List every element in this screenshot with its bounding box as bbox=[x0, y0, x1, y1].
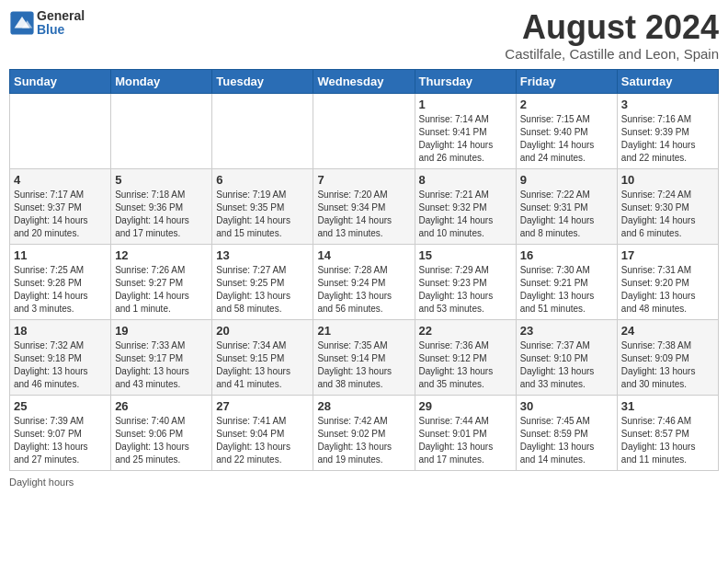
calendar-cell: 14Sunrise: 7:28 AM Sunset: 9:24 PM Dayli… bbox=[313, 244, 415, 319]
weekday-header: Sunday bbox=[10, 69, 111, 93]
calendar-week-row: 18Sunrise: 7:32 AM Sunset: 9:18 PM Dayli… bbox=[10, 319, 719, 395]
day-number: 15 bbox=[419, 248, 512, 262]
day-info: Sunrise: 7:37 AM Sunset: 9:10 PM Dayligh… bbox=[520, 339, 613, 391]
calendar-cell: 2Sunrise: 7:15 AM Sunset: 9:40 PM Daylig… bbox=[516, 93, 617, 168]
calendar-cell: 12Sunrise: 7:26 AM Sunset: 9:27 PM Dayli… bbox=[111, 244, 212, 319]
calendar-week-row: 11Sunrise: 7:25 AM Sunset: 9:28 PM Dayli… bbox=[10, 244, 719, 319]
calendar-cell: 10Sunrise: 7:24 AM Sunset: 9:30 PM Dayli… bbox=[617, 168, 718, 244]
day-number: 7 bbox=[317, 173, 410, 187]
calendar-cell: 17Sunrise: 7:31 AM Sunset: 9:20 PM Dayli… bbox=[617, 244, 718, 319]
calendar-cell: 11Sunrise: 7:25 AM Sunset: 9:28 PM Dayli… bbox=[10, 244, 111, 319]
month-year-title: August 2024 bbox=[505, 9, 719, 46]
logo-icon bbox=[9, 10, 35, 36]
day-number: 24 bbox=[621, 324, 714, 338]
day-number: 14 bbox=[317, 248, 410, 262]
day-info: Sunrise: 7:40 AM Sunset: 9:06 PM Dayligh… bbox=[115, 415, 208, 466]
day-info: Sunrise: 7:19 AM Sunset: 9:35 PM Dayligh… bbox=[216, 189, 309, 240]
day-info: Sunrise: 7:24 AM Sunset: 9:30 PM Dayligh… bbox=[621, 189, 714, 240]
calendar-cell: 30Sunrise: 7:45 AM Sunset: 8:59 PM Dayli… bbox=[516, 395, 617, 470]
calendar-cell bbox=[10, 93, 111, 168]
calendar-week-row: 1Sunrise: 7:14 AM Sunset: 9:41 PM Daylig… bbox=[10, 93, 719, 168]
calendar-cell: 23Sunrise: 7:37 AM Sunset: 9:10 PM Dayli… bbox=[516, 319, 617, 395]
day-info: Sunrise: 7:33 AM Sunset: 9:17 PM Dayligh… bbox=[115, 339, 208, 391]
logo-blue-text: Blue bbox=[37, 23, 85, 37]
calendar-cell: 22Sunrise: 7:36 AM Sunset: 9:12 PM Dayli… bbox=[415, 319, 516, 395]
calendar-cell: 13Sunrise: 7:27 AM Sunset: 9:25 PM Dayli… bbox=[212, 244, 313, 319]
day-number: 25 bbox=[14, 399, 107, 413]
day-info: Sunrise: 7:29 AM Sunset: 9:23 PM Dayligh… bbox=[419, 264, 512, 316]
calendar-cell: 29Sunrise: 7:44 AM Sunset: 9:01 PM Dayli… bbox=[415, 395, 516, 470]
calendar-cell: 18Sunrise: 7:32 AM Sunset: 9:18 PM Dayli… bbox=[10, 319, 111, 395]
calendar-cell: 26Sunrise: 7:40 AM Sunset: 9:06 PM Dayli… bbox=[111, 395, 212, 470]
day-number: 1 bbox=[419, 98, 512, 111]
day-info: Sunrise: 7:31 AM Sunset: 9:20 PM Dayligh… bbox=[621, 264, 714, 316]
day-number: 22 bbox=[419, 324, 512, 338]
calendar-cell: 25Sunrise: 7:39 AM Sunset: 9:07 PM Dayli… bbox=[10, 395, 111, 470]
day-number: 21 bbox=[317, 324, 410, 338]
page-header: General Blue August 2024 Castilfale, Cas… bbox=[9, 9, 719, 62]
day-info: Sunrise: 7:41 AM Sunset: 9:04 PM Dayligh… bbox=[216, 415, 309, 466]
day-info: Sunrise: 7:38 AM Sunset: 9:09 PM Dayligh… bbox=[621, 339, 714, 391]
day-info: Sunrise: 7:22 AM Sunset: 9:31 PM Dayligh… bbox=[520, 189, 613, 240]
day-number: 29 bbox=[419, 399, 512, 413]
calendar-body: 1Sunrise: 7:14 AM Sunset: 9:41 PM Daylig… bbox=[10, 93, 719, 470]
calendar-cell: 9Sunrise: 7:22 AM Sunset: 9:31 PM Daylig… bbox=[516, 168, 617, 244]
day-info: Sunrise: 7:44 AM Sunset: 9:01 PM Dayligh… bbox=[419, 415, 512, 466]
weekday-header: Thursday bbox=[415, 69, 516, 93]
day-number: 18 bbox=[14, 324, 107, 338]
calendar-cell bbox=[313, 93, 415, 168]
day-number: 27 bbox=[216, 399, 309, 413]
day-info: Sunrise: 7:46 AM Sunset: 8:57 PM Dayligh… bbox=[621, 415, 714, 466]
day-info: Sunrise: 7:35 AM Sunset: 9:14 PM Dayligh… bbox=[317, 339, 410, 391]
day-number: 4 bbox=[14, 173, 107, 187]
calendar-cell: 7Sunrise: 7:20 AM Sunset: 9:34 PM Daylig… bbox=[313, 168, 415, 244]
day-number: 10 bbox=[621, 173, 714, 187]
day-info: Sunrise: 7:28 AM Sunset: 9:24 PM Dayligh… bbox=[317, 264, 410, 316]
footer-note: Daylight hours bbox=[9, 477, 719, 488]
day-number: 20 bbox=[216, 324, 309, 338]
calendar-cell: 19Sunrise: 7:33 AM Sunset: 9:17 PM Dayli… bbox=[111, 319, 212, 395]
location-subtitle: Castilfale, Castille and Leon, Spain bbox=[505, 46, 719, 62]
calendar-cell: 15Sunrise: 7:29 AM Sunset: 9:23 PM Dayli… bbox=[415, 244, 516, 319]
calendar-week-row: 4Sunrise: 7:17 AM Sunset: 9:37 PM Daylig… bbox=[10, 168, 719, 244]
day-info: Sunrise: 7:36 AM Sunset: 9:12 PM Dayligh… bbox=[419, 339, 512, 391]
calendar-cell: 27Sunrise: 7:41 AM Sunset: 9:04 PM Dayli… bbox=[212, 395, 313, 470]
day-info: Sunrise: 7:25 AM Sunset: 9:28 PM Dayligh… bbox=[14, 264, 107, 316]
day-info: Sunrise: 7:30 AM Sunset: 9:21 PM Dayligh… bbox=[520, 264, 613, 316]
day-info: Sunrise: 7:45 AM Sunset: 8:59 PM Dayligh… bbox=[520, 415, 613, 466]
day-info: Sunrise: 7:32 AM Sunset: 9:18 PM Dayligh… bbox=[14, 339, 107, 391]
calendar-cell: 16Sunrise: 7:30 AM Sunset: 9:21 PM Dayli… bbox=[516, 244, 617, 319]
calendar-table: SundayMondayTuesdayWednesdayThursdayFrid… bbox=[9, 69, 719, 471]
day-number: 8 bbox=[419, 173, 512, 187]
calendar-header: SundayMondayTuesdayWednesdayThursdayFrid… bbox=[10, 69, 719, 93]
day-info: Sunrise: 7:16 AM Sunset: 9:39 PM Dayligh… bbox=[621, 113, 714, 165]
title-block: August 2024 Castilfale, Castille and Leo… bbox=[505, 9, 719, 62]
weekday-row: SundayMondayTuesdayWednesdayThursdayFrid… bbox=[10, 69, 719, 93]
day-info: Sunrise: 7:39 AM Sunset: 9:07 PM Dayligh… bbox=[14, 415, 107, 466]
day-number: 23 bbox=[520, 324, 613, 338]
calendar-cell: 8Sunrise: 7:21 AM Sunset: 9:32 PM Daylig… bbox=[415, 168, 516, 244]
day-number: 31 bbox=[621, 399, 714, 413]
day-number: 26 bbox=[115, 399, 208, 413]
calendar-cell: 21Sunrise: 7:35 AM Sunset: 9:14 PM Dayli… bbox=[313, 319, 415, 395]
day-number: 17 bbox=[621, 248, 714, 262]
day-number: 30 bbox=[520, 399, 613, 413]
calendar-cell: 3Sunrise: 7:16 AM Sunset: 9:39 PM Daylig… bbox=[617, 93, 718, 168]
weekday-header: Tuesday bbox=[212, 69, 313, 93]
day-number: 5 bbox=[115, 173, 208, 187]
weekday-header: Wednesday bbox=[313, 69, 415, 93]
weekday-header: Friday bbox=[516, 69, 617, 93]
calendar-cell: 6Sunrise: 7:19 AM Sunset: 9:35 PM Daylig… bbox=[212, 168, 313, 244]
day-info: Sunrise: 7:21 AM Sunset: 9:32 PM Dayligh… bbox=[419, 189, 512, 240]
calendar-cell: 31Sunrise: 7:46 AM Sunset: 8:57 PM Dayli… bbox=[617, 395, 718, 470]
day-info: Sunrise: 7:20 AM Sunset: 9:34 PM Dayligh… bbox=[317, 189, 410, 240]
day-number: 6 bbox=[216, 173, 309, 187]
day-number: 3 bbox=[621, 98, 714, 111]
calendar-cell bbox=[212, 93, 313, 168]
day-number: 9 bbox=[520, 173, 613, 187]
calendar-cell: 20Sunrise: 7:34 AM Sunset: 9:15 PM Dayli… bbox=[212, 319, 313, 395]
daylight-label: Daylight hours bbox=[9, 477, 74, 488]
day-info: Sunrise: 7:18 AM Sunset: 9:36 PM Dayligh… bbox=[115, 189, 208, 240]
day-number: 13 bbox=[216, 248, 309, 262]
day-info: Sunrise: 7:42 AM Sunset: 9:02 PM Dayligh… bbox=[317, 415, 410, 466]
